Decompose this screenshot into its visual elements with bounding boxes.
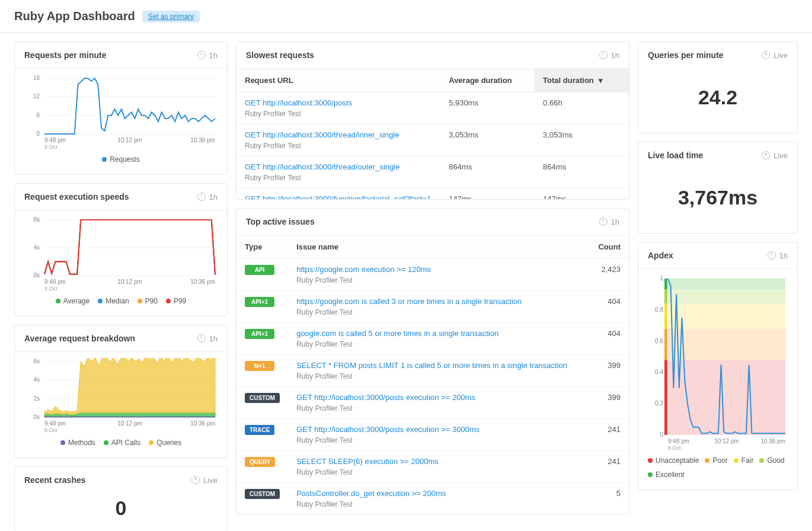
issues-title: Top active issues <box>246 217 315 226</box>
legend-item: Methods <box>60 439 95 447</box>
svg-rect-42 <box>664 289 667 303</box>
issue-name-link[interactable]: SELECT SLEEP(6) execution >= 2000ms <box>296 457 573 466</box>
svg-rect-35 <box>668 328 785 360</box>
apdex-time-range[interactable]: 1h <box>768 251 788 260</box>
svg-text:6s: 6s <box>33 358 40 364</box>
table-row[interactable]: API https://google.com execution >= 120m… <box>236 259 629 291</box>
request-app-label: Ruby Profiler Test <box>245 174 300 182</box>
legend-item: P90 <box>138 297 158 305</box>
request-url-link[interactable]: GET http://localhost:3000/thread/inner_s… <box>245 130 432 139</box>
col-total-duration[interactable]: Total duration▾ <box>535 69 629 92</box>
request-url-link[interactable]: GET http://localhost:3000/posts <box>245 98 432 107</box>
total-duration-cell: 147ms <box>535 188 629 200</box>
svg-text:1: 1 <box>660 275 663 282</box>
load-time-range[interactable]: Live <box>762 151 788 160</box>
rpm-chart: 0612189:48 pm10:12 pm10:36 pm5 OctReques… <box>15 69 227 174</box>
issue-type-badge: CUSTOM <box>245 393 280 403</box>
svg-text:5 Oct: 5 Oct <box>44 286 57 292</box>
svg-text:0: 0 <box>36 130 40 137</box>
legend-item: Excellent <box>648 471 685 479</box>
issue-app-label: Ruby Profiler Test <box>296 404 352 412</box>
col-request-url[interactable]: Request URL <box>236 69 440 92</box>
rpm-title: Requests per minute <box>24 50 106 60</box>
qpm-time-range[interactable]: Live <box>762 51 788 60</box>
breakdown-time-range[interactable]: 1h <box>197 334 218 343</box>
table-row[interactable]: QUERY SELECT SLEEP(6) execution >= 2000m… <box>236 451 629 483</box>
rpm-time-range[interactable]: 1h <box>197 51 218 60</box>
table-row[interactable]: CUSTOM PostsController.do_get execution … <box>236 483 629 514</box>
issue-type-badge: TRACE <box>245 425 274 435</box>
set-as-primary-link[interactable]: Set as primary <box>142 11 200 23</box>
svg-rect-39 <box>664 360 667 435</box>
qpm-value: 24.2 <box>638 68 797 133</box>
card-slowest-requests: Slowest requests 1h Request URL Average … <box>236 41 629 200</box>
card-recent-crashes: Recent crashes Live 0 <box>14 466 228 531</box>
svg-text:0s: 0s <box>33 272 40 279</box>
svg-text:0s: 0s <box>33 414 40 420</box>
slowest-time-range[interactable]: 1h <box>599 51 619 60</box>
issues-time-range[interactable]: 1h <box>599 217 619 226</box>
svg-rect-36 <box>668 303 785 328</box>
request-url-link[interactable]: GET http://localhost:3000/function/facto… <box>245 194 432 199</box>
svg-rect-43 <box>664 279 667 289</box>
table-row[interactable]: GET http://localhost:3000/postsRuby Prof… <box>236 92 629 124</box>
table-row[interactable]: N+1 SELECT * FROM posts LIMIT 1 is calle… <box>236 355 629 387</box>
slowest-table: Request URL Average duration Total durat… <box>236 69 629 199</box>
total-duration-cell: 0.66h <box>535 92 629 124</box>
clock-icon <box>599 51 608 59</box>
svg-text:18: 18 <box>33 75 40 81</box>
speeds-time-range[interactable]: 1h <box>197 193 218 201</box>
table-row[interactable]: GET http://localhost:3000/function/facto… <box>236 188 629 200</box>
issue-name-link[interactable]: GET http://localhost:3000/posts executio… <box>296 425 573 434</box>
legend-item: Unacceptable <box>648 456 699 465</box>
issue-type-badge: API+1 <box>245 297 274 307</box>
table-row[interactable]: TRACE GET http://localhost:3000/posts ex… <box>236 419 629 451</box>
card-request-speeds: Request execution speeds 1h 0s4s8s9:48 p… <box>14 183 228 316</box>
issue-name-link[interactable]: google.com is called 5 or more times in … <box>296 329 573 338</box>
clock-icon <box>197 334 206 343</box>
svg-text:0: 0 <box>660 431 663 438</box>
legend-item: P99 <box>166 297 186 305</box>
svg-text:10:36 pm: 10:36 pm <box>190 420 215 427</box>
col-avg-duration[interactable]: Average duration <box>440 69 535 92</box>
avg-duration-cell: 5,930ms <box>440 92 535 124</box>
issue-name-link[interactable]: SELECT * FROM posts LIMIT 1 is called 5 … <box>296 361 573 370</box>
table-row[interactable]: GET http://localhost:3000/thread/outer_s… <box>236 156 629 188</box>
issue-count-cell: 399 <box>582 355 629 387</box>
col-count[interactable]: Count <box>582 235 629 259</box>
legend-item: Good <box>759 456 784 465</box>
issue-type-badge: N+1 <box>245 361 274 371</box>
crashes-title: Recent crashes <box>24 475 86 485</box>
chart-legend: AverageMedianP90P99 <box>24 293 218 308</box>
crashes-time-range[interactable]: Live <box>191 476 218 485</box>
issue-app-label: Ruby Profiler Test <box>296 436 352 444</box>
table-row[interactable]: API+1 https://google.com is called 3 or … <box>236 291 629 323</box>
svg-text:8s: 8s <box>33 216 40 223</box>
speeds-chart: 0s4s8s9:48 pm10:12 pm10:36 pm5 OctAverag… <box>15 210 227 316</box>
col-type[interactable]: Type <box>236 235 288 259</box>
breakdown-title: Average request breakdown <box>24 334 135 343</box>
issue-name-link[interactable]: https://google.com is called 3 or more t… <box>296 297 573 306</box>
svg-text:9:48 pm: 9:48 pm <box>44 420 66 427</box>
issue-name-link[interactable]: PostsController.do_get execution >= 200m… <box>296 489 573 498</box>
request-url-link[interactable]: GET http://localhost:3000/thread/outer_s… <box>245 162 432 171</box>
legend-item: Fair <box>734 456 754 465</box>
apdex-chart: 00.20.40.60.819:48 pm10:12 pm10:36 pm5 O… <box>638 269 797 490</box>
issue-count-cell: 404 <box>582 291 629 323</box>
chevron-down-icon: ▾ <box>599 76 603 85</box>
table-row[interactable]: CUSTOM GET http://localhost:3000/posts e… <box>236 387 629 419</box>
svg-text:5 Oct: 5 Oct <box>44 144 57 150</box>
col-issue-name[interactable]: Issue name <box>288 235 581 259</box>
table-row[interactable]: GET http://localhost:3000/thread/inner_s… <box>236 124 629 156</box>
table-row[interactable]: API+1 google.com is called 5 or more tim… <box>236 323 629 355</box>
issue-count-cell: 2,423 <box>582 259 629 291</box>
clock-icon <box>762 51 770 59</box>
issue-count-cell: 241 <box>582 419 629 451</box>
svg-text:9:48 pm: 9:48 pm <box>44 137 66 143</box>
issue-name-link[interactable]: https://google.com execution >= 120ms <box>296 265 573 274</box>
issue-count-cell: 241 <box>582 451 629 483</box>
issue-name-link[interactable]: GET http://localhost:3000/posts executio… <box>296 393 573 402</box>
svg-text:10:12 pm: 10:12 pm <box>117 279 142 285</box>
slowest-table-body: GET http://localhost:3000/postsRuby Prof… <box>236 92 629 200</box>
svg-text:0.4: 0.4 <box>655 369 663 375</box>
